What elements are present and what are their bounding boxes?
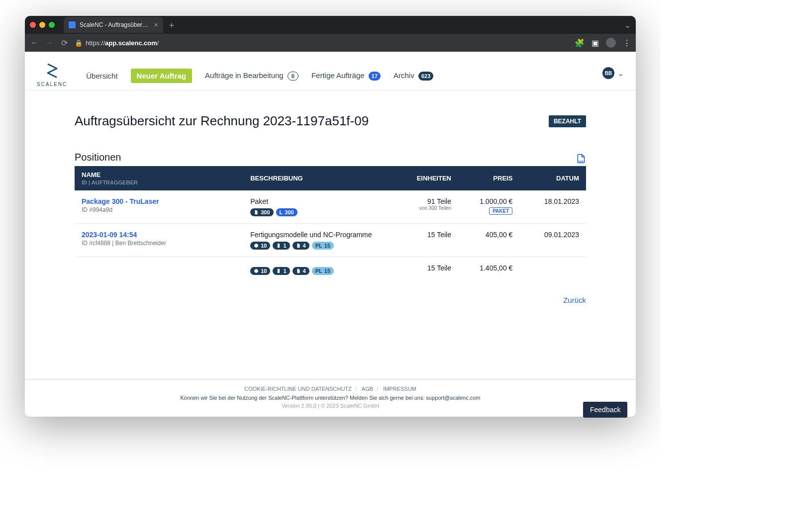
logo-icon: [45, 62, 60, 81]
positions-table: NAMEID | AUFTRAGGEBER BESCHREIBUNG EINHE…: [75, 166, 586, 282]
totals-row: 10 1 4PL 1515 Teile1.405,00 €: [75, 257, 586, 282]
table-row: Package 300 - TruLaserID #994a9dPaket 30…: [75, 190, 586, 224]
row-date: 09.01.2023: [519, 224, 586, 257]
brand-name: SCALENC: [37, 82, 67, 87]
page-title: Auftragsübersicht zur Rechnung 2023-1197…: [75, 113, 369, 129]
chevron-down-icon: ⌄: [617, 69, 624, 78]
stat-chip: 300: [250, 208, 273, 216]
row-price: 1.000,00 €: [465, 197, 512, 205]
nav-in-progress[interactable]: Aufträge in Bearbeitung 0: [205, 71, 298, 81]
main-content: Auftragsübersicht zur Rechnung 2023-1197…: [25, 90, 636, 379]
app-header: SCALENC Übersicht Neuer Auftrag Aufträge…: [25, 52, 636, 90]
extensions-icon[interactable]: 🧩: [575, 38, 585, 48]
stat-chip: PL 15: [312, 267, 334, 275]
nav-reload-icon[interactable]: ⟳: [60, 38, 69, 48]
nav-back-icon[interactable]: ←: [30, 38, 39, 47]
stat-chip: 4: [293, 267, 309, 275]
footer-agb-link[interactable]: AGB: [358, 386, 378, 392]
footer-support-text: Können wir Sie bei der Nutzung der Scale…: [25, 395, 636, 401]
tab-title: ScaleNC - Auftragsübersicht zu: [80, 21, 150, 28]
stat-chip: L 300: [276, 208, 297, 216]
back-link[interactable]: Zurück: [563, 296, 586, 304]
user-menu[interactable]: BB ⌄: [602, 67, 624, 90]
browser-window: ScaleNC - Auftragsübersicht zu × ＋ ⌄ ← →…: [25, 16, 636, 417]
row-units: 15 Teile: [404, 231, 451, 239]
row-subtext: ID #cf4868 | Ben Brettschneider: [82, 240, 236, 247]
row-date: 18.01.2023: [519, 190, 586, 224]
nav-new-order-button[interactable]: Neuer Auftrag: [131, 69, 192, 83]
new-tab-button[interactable]: ＋: [167, 19, 176, 31]
footer-cookie-link[interactable]: COOKIE-RICHTLINE UND DATENSCHUTZ: [240, 386, 356, 392]
stat-chip: 10: [250, 267, 270, 275]
panel-icon[interactable]: ▣: [592, 38, 599, 48]
table-row: 2023-01-09 14:54ID #cf4868 | Ben Brettsc…: [75, 224, 586, 257]
stat-chip: 1: [273, 267, 290, 275]
stat-chip: 1: [273, 242, 290, 250]
status-badge: BEZAHLT: [549, 115, 586, 127]
close-window-icon[interactable]: [30, 22, 36, 28]
footer-impressum-link[interactable]: IMPRESSUM: [379, 386, 420, 392]
row-subtext: ID #994a9d: [82, 206, 236, 213]
row-desc: Fertigungsmodelle und NC-Programme: [250, 231, 390, 239]
window-controls[interactable]: [30, 22, 55, 28]
export-csv-icon[interactable]: csv: [576, 154, 586, 166]
back-link-row: Zurück: [75, 296, 586, 305]
brand-logo[interactable]: SCALENC: [37, 62, 67, 90]
lock-icon: 🔒: [75, 39, 83, 47]
stat-chip: PL 15: [312, 242, 334, 250]
browser-menu-icon[interactable]: ⋮: [623, 38, 631, 48]
stat-chip: 10: [250, 242, 270, 250]
in-progress-count-badge: 0: [288, 72, 298, 81]
app-page: SCALENC Übersicht Neuer Auftrag Aufträge…: [25, 52, 636, 417]
main-nav: Übersicht Neuer Auftrag Aufträge in Bear…: [86, 69, 433, 90]
nav-overview[interactable]: Übersicht: [86, 72, 117, 80]
footer-version: Version 2.95.0 | © 2023 ScaleNC GmbH: [25, 403, 636, 409]
tabs-chevron-down-icon[interactable]: ⌄: [624, 20, 631, 30]
minimize-window-icon[interactable]: [39, 22, 45, 28]
profile-icon[interactable]: [606, 38, 616, 48]
nav-archive[interactable]: Archiv 623: [394, 71, 433, 81]
address-bar[interactable]: 🔒 https://app.scalenc.com/: [75, 39, 569, 47]
close-tab-icon[interactable]: ×: [154, 21, 158, 29]
svg-text:csv: csv: [579, 160, 584, 163]
nav-done[interactable]: Fertige Aufträge 17: [311, 71, 381, 81]
totals-price: 1.405,00 €: [458, 257, 519, 282]
section-title: Positionen: [75, 152, 121, 163]
row-name-link[interactable]: Package 300 - TruLaser: [82, 197, 236, 205]
totals-units: 15 Teile: [397, 257, 458, 282]
footer: COOKIE-RICHTLINE UND DATENSCHUTZ AGB IMP…: [25, 379, 636, 417]
nav-forward-icon[interactable]: →: [45, 38, 54, 47]
row-units: 91 Teile: [404, 197, 451, 205]
price-tag: PAKET: [489, 207, 512, 215]
archive-count-badge: 623: [418, 72, 433, 81]
row-units-sub: von 300 Teilen: [404, 205, 451, 211]
stat-chip: 4: [293, 242, 309, 250]
done-count-badge: 17: [369, 72, 381, 81]
browser-chrome: ScaleNC - Auftragsübersicht zu × ＋ ⌄ ← →…: [25, 16, 636, 52]
avatar: BB: [602, 67, 614, 79]
maximize-window-icon[interactable]: [49, 22, 55, 28]
row-desc: Paket: [250, 197, 390, 205]
browser-tab[interactable]: ScaleNC - Auftragsübersicht zu ×: [64, 17, 163, 33]
row-name-link[interactable]: 2023-01-09 14:54: [82, 231, 236, 239]
row-price: 405,00 €: [465, 231, 512, 239]
feedback-button[interactable]: Feedback: [583, 402, 627, 418]
favicon-icon: [69, 21, 76, 28]
